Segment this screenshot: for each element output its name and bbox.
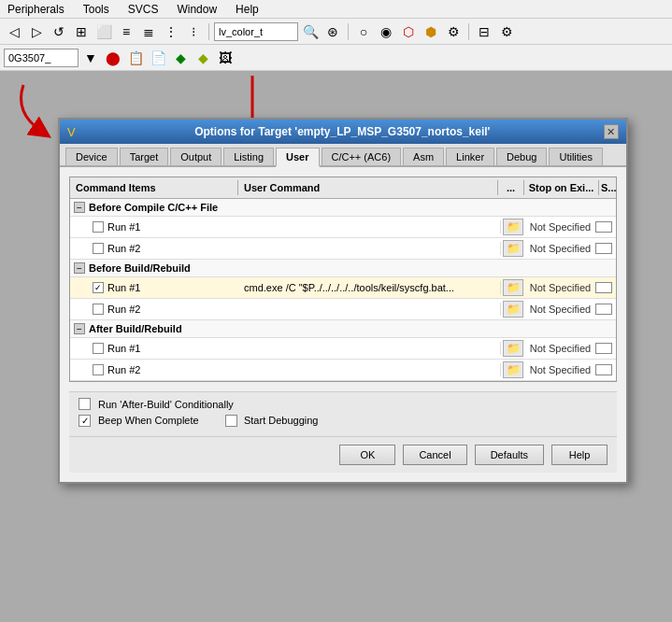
cmd-before-build-run1-input[interactable]	[242, 281, 496, 294]
tab-target[interactable]: Target	[120, 148, 169, 165]
tb-btn-12[interactable]: ○	[353, 21, 374, 42]
cmd-after-build-run2-input[interactable]	[242, 363, 496, 376]
target-selector[interactable]	[4, 49, 79, 67]
cmd-before-compile-run1-label: Run #1	[107, 221, 140, 233]
cmd-before-compile-run1-input[interactable]	[242, 220, 496, 233]
dialog-buttons: OK Cancel Defaults Help	[69, 436, 617, 473]
cmd-before-compile-run1-checkbox[interactable]	[93, 221, 104, 233]
tb-btn-8[interactable]: ⋮	[161, 21, 181, 42]
cmd-before-compile-run2-folder[interactable]: 📁	[503, 240, 523, 257]
cmd-after-build-run2-folder[interactable]: 📁	[503, 361, 523, 378]
section-before-build: − Before Build/Rebuild	[70, 260, 616, 277]
tb-btn-11[interactable]: ⊛	[322, 21, 343, 42]
cmd-before-build-run2-stop-check[interactable]	[595, 304, 612, 315]
tb-btn-15[interactable]: ⬢	[421, 21, 441, 42]
collapse-after-build[interactable]: −	[74, 323, 85, 334]
tab-utilities[interactable]: Utilities	[549, 148, 602, 165]
ok-button[interactable]: OK	[339, 445, 395, 465]
cmd-before-compile-run2-checkbox[interactable]	[93, 243, 104, 254]
cmd-before-compile-run1-input-area	[238, 220, 501, 233]
toolbar-2: ▼ ⬤ 📋 📄 ◆ ◆ 🖼	[0, 45, 672, 71]
tb2-btn-2[interactable]: ⬤	[103, 48, 123, 68]
menu-tools[interactable]: Tools	[79, 1, 113, 18]
dialog-icon: V	[67, 125, 76, 139]
search-button[interactable]: 🔍	[300, 21, 321, 42]
section-before-compile: − Before Compile C/C++ File	[70, 199, 616, 217]
cmd-before-compile-run2-input-area	[238, 242, 501, 255]
menu-bar: Peripherals Tools SVCS Window Help	[0, 0, 672, 19]
cmd-before-build-run2-input[interactable]	[242, 303, 496, 316]
tab-debug[interactable]: Debug	[496, 148, 547, 165]
tab-output[interactable]: Output	[170, 148, 222, 165]
menu-help[interactable]: Help	[232, 1, 263, 18]
collapse-before-compile[interactable]: −	[74, 202, 85, 213]
cmd-after-build-run1-stop-check[interactable]	[595, 343, 612, 354]
help-button[interactable]: Help	[551, 445, 608, 465]
cmd-before-build-run2-folder[interactable]: 📁	[503, 301, 523, 318]
cancel-button[interactable]: Cancel	[403, 445, 466, 465]
cmd-before-build-run1-folder[interactable]: 📁	[503, 279, 523, 296]
cmd-before-build-run2-checkbox[interactable]	[93, 304, 104, 315]
tab-asm[interactable]: Asm	[403, 148, 444, 165]
tb-btn-14[interactable]: ⬡	[398, 21, 419, 42]
cmd-before-compile-run1-folder[interactable]: 📁	[503, 219, 523, 235]
menu-peripherals[interactable]: Peripherals	[4, 1, 68, 18]
tab-device[interactable]: Device	[65, 148, 118, 165]
cmd-before-build-run1-stop-check[interactable]	[595, 282, 612, 293]
cmd-before-build-run2-input-area	[238, 303, 501, 316]
tb2-btn-7[interactable]: 🖼	[215, 48, 236, 68]
tb-btn-18[interactable]: ⚙	[496, 21, 517, 42]
cmd-before-compile-run2-label: Run #2	[107, 243, 140, 254]
forward-button[interactable]: ▷	[26, 21, 47, 42]
cmd-before-compile-run2-stop-check[interactable]	[595, 243, 612, 254]
cmd-before-compile-run2-input[interactable]	[242, 242, 496, 255]
tb-btn-5[interactable]: ⬜	[93, 21, 114, 42]
cmd-after-build-run2-checkbox[interactable]	[93, 364, 104, 375]
cmd-before-build-run1-input-area	[238, 281, 501, 294]
toolbar-1: ◁ ▷ ↺ ⊞ ⬜ ≡ ≣ ⋮ ⁝ 🔍 ⊛ ○ ◉ ⬡ ⬢ ⚙ ⊟ ⚙	[0, 19, 672, 45]
tb-btn-13[interactable]: ◉	[376, 21, 396, 42]
tb-btn-16[interactable]: ⚙	[443, 21, 464, 42]
beep-checkbox[interactable]	[79, 415, 91, 427]
defaults-button[interactable]: Defaults	[475, 445, 544, 465]
bottom-options: Run 'After-Build' Conditionally Beep Whe…	[69, 391, 617, 436]
th-command-items: Command Items	[70, 180, 238, 195]
cmd-before-build-run2-not-specified: Not Specified	[525, 304, 595, 315]
tb2-btn-6[interactable]: ◆	[193, 48, 213, 68]
cmd-after-build-run1-folder[interactable]: 📁	[503, 340, 523, 357]
tb-btn-4[interactable]: ⊞	[71, 21, 92, 42]
tab-linker[interactable]: Linker	[446, 148, 494, 165]
tb2-btn-3[interactable]: 📋	[125, 48, 146, 68]
tab-cpp[interactable]: C/C++ (AC6)	[322, 148, 402, 165]
cmd-after-build-run1-checkbox[interactable]	[93, 343, 104, 354]
tab-bar: Device Target Output Listing User C/C++ …	[60, 144, 626, 167]
run-after-build-checkbox[interactable]	[79, 398, 91, 410]
cmd-after-build-run2-stop-check[interactable]	[595, 364, 612, 375]
collapse-before-build[interactable]: −	[74, 262, 85, 274]
back-button[interactable]: ◁	[4, 21, 24, 42]
cmd-before-compile-run1-stop-check[interactable]	[595, 221, 612, 233]
tb-btn-3[interactable]: ↺	[49, 21, 69, 42]
cmd-after-build-run1-input[interactable]	[242, 342, 496, 355]
tb2-btn-1[interactable]: ▼	[80, 48, 101, 68]
dialog-close-button[interactable]: ✕	[604, 124, 619, 139]
tb-btn-7[interactable]: ≣	[138, 21, 159, 42]
section-label-before-build: Before Build/Rebuild	[89, 262, 612, 274]
start-debugging-checkbox[interactable]	[225, 415, 237, 427]
table-row: Run #2 📁 Not Specified	[70, 299, 616, 320]
cmd-before-build-run1-not-specified: Not Specified	[525, 282, 595, 293]
th-stop-on-exit: Stop on Exi...	[524, 180, 599, 195]
table-row: Run #1 📁 Not Specified	[70, 217, 616, 238]
tb-btn-6[interactable]: ≡	[116, 21, 136, 42]
tb2-btn-4[interactable]: 📄	[148, 48, 168, 68]
dialog-title: Options for Target 'empty_LP_MSP_G3507_n…	[194, 125, 490, 138]
menu-svcs[interactable]: SVCS	[124, 1, 163, 18]
tb-btn-9[interactable]: ⁝	[183, 21, 204, 42]
tb-btn-17[interactable]: ⊟	[474, 21, 494, 42]
tab-user[interactable]: User	[276, 148, 319, 167]
cmd-before-build-run1-checkbox[interactable]: ✓	[93, 282, 104, 293]
menu-window[interactable]: Window	[173, 1, 221, 18]
tb2-btn-5[interactable]: ◆	[170, 48, 191, 68]
search-input[interactable]	[214, 22, 298, 41]
tab-listing[interactable]: Listing	[223, 148, 274, 165]
